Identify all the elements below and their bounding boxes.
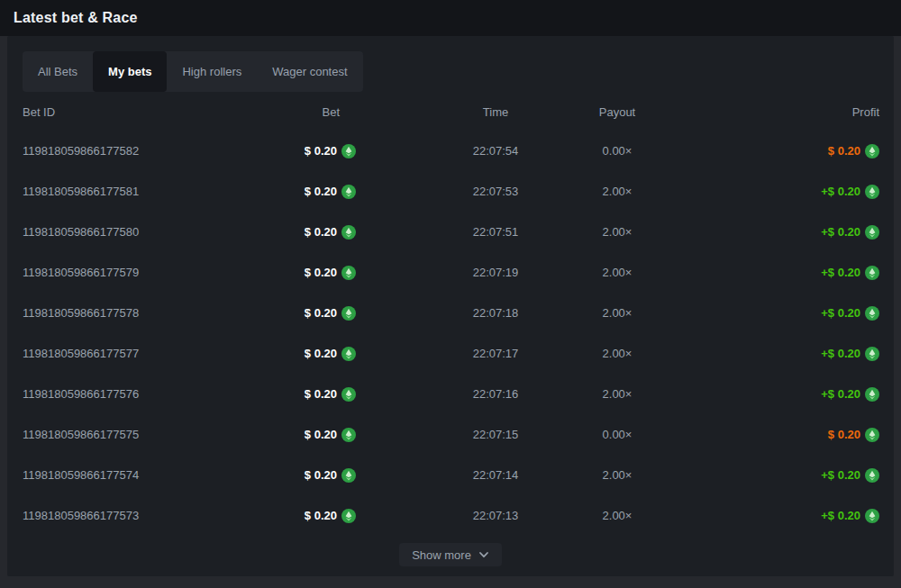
green-coin-icon bbox=[341, 509, 356, 523]
green-coin-icon bbox=[341, 387, 356, 402]
table-row[interactable]: 119818059866177581 $ 0.20 22:07:53 2.00×… bbox=[7, 171, 894, 212]
bet-amount-cell: $ 0.20 bbox=[252, 347, 423, 361]
green-coin-icon bbox=[341, 225, 356, 240]
latest-bets-panel: All Bets My bets High rollers Wager cont… bbox=[7, 36, 894, 576]
green-coin-icon bbox=[341, 306, 356, 321]
table-row[interactable]: 119818059866177579 $ 0.20 22:07:19 2.00×… bbox=[7, 252, 894, 293]
bet-id-cell: 119818059866177577 bbox=[23, 347, 252, 360]
profit-amount: +$ 0.20 bbox=[821, 306, 860, 320]
column-header-bet: Bet bbox=[252, 105, 423, 119]
bet-time-cell: 22:07:54 bbox=[423, 144, 568, 158]
payout-multiplier-cell: 0.00× bbox=[568, 428, 667, 441]
bet-time-cell: 22:07:51 bbox=[423, 225, 568, 239]
page-header: Latest bet & Race bbox=[0, 0, 901, 36]
bet-time-cell: 22:07:18 bbox=[423, 306, 568, 320]
profit-amount: +$ 0.20 bbox=[821, 468, 860, 482]
green-coin-icon bbox=[865, 347, 879, 361]
bet-id-cell: 119818059866177582 bbox=[23, 144, 252, 158]
bet-amount-cell: $ 0.20 bbox=[252, 225, 423, 240]
table-row[interactable]: 119818059866177575 $ 0.20 22:07:15 0.00×… bbox=[7, 414, 894, 455]
profit-amount: +$ 0.20 bbox=[821, 185, 860, 198]
bet-amount-cell: $ 0.20 bbox=[252, 468, 423, 483]
green-coin-icon bbox=[865, 428, 879, 442]
bet-amount-cell: $ 0.20 bbox=[252, 306, 423, 321]
green-coin-icon bbox=[341, 468, 356, 483]
green-coin-icon bbox=[341, 185, 356, 199]
table-row[interactable]: 119818059866177576 $ 0.20 22:07:16 2.00×… bbox=[7, 374, 894, 414]
bet-amount-cell: $ 0.20 bbox=[252, 428, 423, 442]
table-row[interactable]: 119818059866177578 $ 0.20 22:07:18 2.00×… bbox=[7, 293, 894, 333]
tab-all-bets[interactable]: All Bets bbox=[23, 51, 93, 92]
payout-multiplier-cell: 2.00× bbox=[568, 468, 667, 482]
tab-my-bets[interactable]: My bets bbox=[93, 51, 167, 92]
bet-amount: $ 0.20 bbox=[305, 306, 337, 320]
bet-time-cell: 22:07:14 bbox=[423, 468, 568, 482]
chevron-down-icon bbox=[478, 549, 489, 560]
profit-amount: +$ 0.20 bbox=[821, 509, 860, 522]
profit-cell: $ 0.20 bbox=[667, 144, 879, 158]
green-coin-icon bbox=[865, 185, 879, 199]
column-header-time: Time bbox=[423, 105, 568, 119]
tab-high-rollers[interactable]: High rollers bbox=[167, 51, 257, 92]
green-coin-icon bbox=[865, 468, 879, 483]
table-row[interactable]: 119818059866177574 $ 0.20 22:07:14 2.00×… bbox=[7, 455, 894, 495]
profit-cell: +$ 0.20 bbox=[667, 225, 879, 240]
profit-cell: +$ 0.20 bbox=[667, 509, 879, 523]
table-row[interactable]: 119818059866177577 $ 0.20 22:07:17 2.00×… bbox=[7, 333, 894, 374]
column-header-profit: Profit bbox=[667, 105, 879, 119]
table-body: 119818059866177582 $ 0.20 22:07:54 0.00×… bbox=[7, 131, 894, 536]
show-more-button[interactable]: Show more bbox=[399, 543, 502, 566]
profit-cell: +$ 0.20 bbox=[667, 306, 879, 321]
profit-cell: +$ 0.20 bbox=[667, 347, 879, 361]
bet-id-cell: 119818059866177574 bbox=[23, 468, 252, 482]
bet-amount: $ 0.20 bbox=[305, 266, 337, 279]
payout-multiplier-cell: 0.00× bbox=[568, 144, 667, 158]
profit-cell: +$ 0.20 bbox=[667, 266, 879, 280]
profit-cell: +$ 0.20 bbox=[667, 185, 879, 199]
bet-id-cell: 119818059866177573 bbox=[23, 509, 252, 522]
table-row[interactable]: 119818059866177573 $ 0.20 22:07:13 2.00×… bbox=[7, 495, 894, 536]
green-coin-icon bbox=[865, 144, 879, 158]
payout-multiplier-cell: 2.00× bbox=[568, 225, 667, 239]
green-coin-icon bbox=[341, 428, 356, 442]
profit-cell: +$ 0.20 bbox=[667, 387, 879, 402]
bet-amount: $ 0.20 bbox=[305, 428, 337, 441]
profit-amount: +$ 0.20 bbox=[821, 347, 860, 360]
bet-amount-cell: $ 0.20 bbox=[252, 387, 423, 402]
bet-time-cell: 22:07:19 bbox=[423, 266, 568, 279]
bet-amount-cell: $ 0.20 bbox=[252, 266, 423, 280]
profit-cell: +$ 0.20 bbox=[667, 468, 879, 483]
payout-multiplier-cell: 2.00× bbox=[568, 185, 667, 198]
bet-id-cell: 119818059866177576 bbox=[23, 387, 252, 401]
bet-time-cell: 22:07:13 bbox=[423, 509, 568, 522]
table-row[interactable]: 119818059866177580 $ 0.20 22:07:51 2.00×… bbox=[7, 212, 894, 252]
profit-amount: +$ 0.20 bbox=[821, 266, 860, 279]
green-coin-icon bbox=[341, 347, 356, 361]
bet-id-cell: 119818059866177575 bbox=[23, 428, 252, 441]
bet-amount: $ 0.20 bbox=[305, 347, 337, 360]
bet-amount: $ 0.20 bbox=[305, 509, 337, 522]
payout-multiplier-cell: 2.00× bbox=[568, 347, 667, 360]
profit-amount: $ 0.20 bbox=[828, 428, 860, 441]
bet-id-cell: 119818059866177581 bbox=[23, 185, 252, 198]
payout-multiplier-cell: 2.00× bbox=[568, 266, 667, 279]
bet-time-cell: 22:07:16 bbox=[423, 387, 568, 401]
bet-id-cell: 119818059866177580 bbox=[23, 225, 252, 239]
green-coin-icon bbox=[865, 266, 879, 280]
green-coin-icon bbox=[865, 306, 879, 321]
green-coin-icon bbox=[865, 387, 879, 402]
bet-amount-cell: $ 0.20 bbox=[252, 509, 423, 523]
tab-wager-contest[interactable]: Wager contest bbox=[257, 51, 362, 92]
payout-multiplier-cell: 2.00× bbox=[568, 306, 667, 320]
table-row[interactable]: 119818059866177582 $ 0.20 22:07:54 0.00×… bbox=[7, 131, 894, 171]
profit-amount: +$ 0.20 bbox=[821, 387, 860, 401]
bet-amount: $ 0.20 bbox=[305, 468, 337, 482]
column-header-bet-id: Bet ID bbox=[23, 105, 252, 119]
page-title: Latest bet & Race bbox=[14, 10, 138, 26]
show-more-label: Show more bbox=[412, 548, 471, 562]
bet-amount: $ 0.20 bbox=[305, 144, 337, 158]
payout-multiplier-cell: 2.00× bbox=[568, 387, 667, 401]
profit-cell: $ 0.20 bbox=[667, 428, 879, 442]
bet-amount-cell: $ 0.20 bbox=[252, 144, 423, 158]
payout-multiplier-cell: 2.00× bbox=[568, 509, 667, 522]
